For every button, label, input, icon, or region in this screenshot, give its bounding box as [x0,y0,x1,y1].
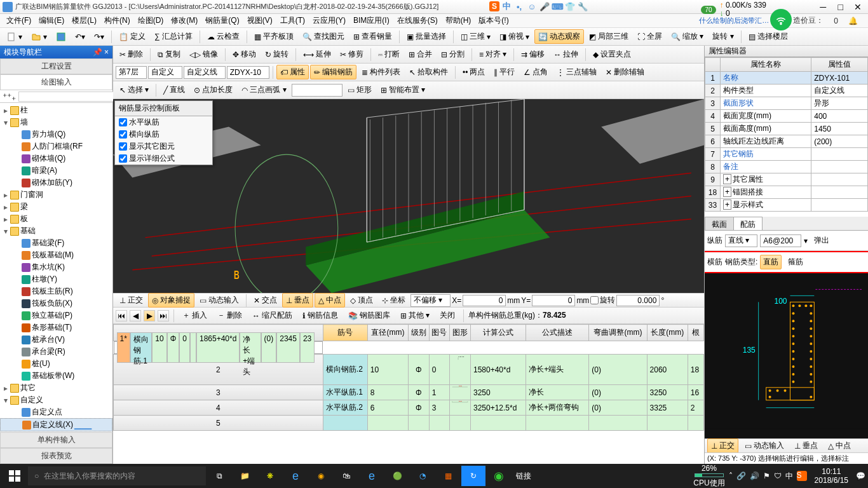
rotate-button[interactable]: ↻旋转 [261,47,292,62]
tab-section[interactable]: 截面 [705,217,734,230]
component-tree[interactable]: ▸柱▾墙剪力墙(Q)人防门框墙(RF砌体墙(Q)暗梁(A)砌体加筋(Y)▸门窗洞… [0,103,112,432]
redo-button[interactable]: ↷▾ [90,30,108,43]
sec-dyn[interactable]: ▭动态输入 [741,438,788,453]
tray-sogou-icon[interactable]: S [797,471,807,481]
y-input[interactable] [532,295,575,306]
pointangle-button[interactable]: ∠点角 [520,65,552,79]
rebar-grid[interactable]: 筋号直径(mm)级别图号图形计算公式公式描述弯曲调整(mm)长度(mm)根1*横… [113,324,704,464]
tree-node[interactable]: 基础梁(F) [0,237,112,249]
nav-search-input[interactable] [18,92,115,102]
bell-icon[interactable]: 🔔 [844,15,862,27]
task-app5[interactable]: ◉ [487,466,511,486]
scale-rebar[interactable]: ↔缩尺配筋 [248,308,296,323]
tree-node[interactable]: ▾自定义 [0,394,112,406]
trim-button[interactable]: ✂修剪 [336,47,367,62]
rebar-row[interactable]: 3水平纵筋.18Φ132503250净长(0)325016 [114,385,704,400]
menu-component[interactable]: 构件(N) [100,14,134,27]
task-link-label[interactable]: 链接 [516,471,531,482]
findgraph-button[interactable]: 🔍查找图元 [299,29,348,44]
ime-tool-icon[interactable]: 🔧 [577,1,588,12]
tree-node[interactable]: 桩承台(V) [0,334,112,346]
coord-snap[interactable]: ⊹坐标 [378,293,409,308]
maximize-button[interactable]: □ [833,2,848,12]
insert-row[interactable]: ＋插入 [179,308,211,323]
rotate-input[interactable] [616,295,660,306]
view3d-button[interactable]: ◫三维▾ [457,29,494,44]
local3d-button[interactable]: ◩局部三维 [585,29,632,44]
line-button[interactable]: ╱直线 [159,83,189,97]
sec-ortho[interactable]: ⊥正交 [707,438,738,453]
task-app1[interactable]: ❋ [258,466,282,486]
close-grid[interactable]: 关闭 [436,308,459,323]
batchselect-button[interactable]: ▣批量选择 [403,29,450,44]
property-grid[interactable]: 属性名称属性值1名称ZDYX-1012构件类型自定义线3截面形状异形4截面宽度(… [705,57,868,212]
menu-help[interactable]: 帮助(H) [442,14,475,27]
ime-mic-icon[interactable]: 🎤 [539,1,550,12]
tree-node[interactable]: 基础板带(W) [0,370,112,382]
menu-rebar[interactable]: 钢筋量(Q) [201,14,243,27]
menu-bim[interactable]: BIM应用(I) [349,14,393,27]
define-button[interactable]: 📋定义 [115,29,149,44]
taskview-icon[interactable]: ⧉ [207,466,231,486]
mid-snap[interactable]: △中点 [315,293,345,308]
sec-perp[interactable]: ⊥垂点 [790,438,822,453]
rebar-row[interactable]: 5 [114,416,704,431]
flatboard-button[interactable]: ▦平齐板顶 [250,29,297,44]
merge-button[interactable]: ⊞合并 [405,47,436,62]
save-button[interactable] [52,30,70,44]
tray-flag-icon[interactable]: ⚑ [763,471,770,480]
sumcalc-button[interactable]: ∑ 汇总计算 [151,29,196,44]
section-view[interactable]: 100 135 [705,273,868,438]
zong-type-select[interactable]: 直线 ▾ [725,234,757,247]
chk-vert-rebar[interactable]: 横向纵筋 [115,128,212,140]
wifi-icon[interactable] [770,9,792,30]
task-chrome[interactable]: 🟢 [385,466,409,486]
tree-node[interactable]: ▸柱 [0,104,112,116]
tree-node[interactable]: 砌体墙(Q) [0,152,112,165]
addlen-button[interactable]: ⊙点加长度 [190,83,236,97]
dynview-button[interactable]: 🔄动态观察 [534,29,584,44]
rebar-row[interactable]: 4水平纵筋.26Φ332503250+12.5*d净长+两倍弯钩(0)33252 [114,400,704,416]
cname-select[interactable]: ZDYX-10 [227,66,269,79]
osnap-toggle[interactable]: ◎对象捕捉 [148,293,194,308]
menu-draw[interactable]: 绘图(D) [134,14,168,27]
sec-mid[interactable]: △中点 [824,438,855,453]
tree-node[interactable]: ▸其它 [0,382,112,394]
tree-node[interactable]: 筏板基础(M) [0,249,112,261]
tab-project-settings[interactable]: 工程设置 [0,58,112,74]
menu-file[interactable]: 文件(F) [3,14,35,27]
ctype-select[interactable]: 自定义线 [184,66,226,79]
twopoint-button[interactable]: ••两点 [459,65,489,79]
delete-row[interactable]: －删除 [214,308,246,323]
menu-floor[interactable]: 楼层(L) [68,14,100,27]
birdview-button[interactable]: ◨俯视▾ [496,29,533,44]
property-button[interactable]: 🏷属性 [276,65,309,79]
menu-view[interactable]: 视图(V) [243,14,276,27]
select-button[interactable]: ↖选择 ▾ [116,83,153,97]
tab-draw-input[interactable]: 绘图输入 [0,74,112,90]
intersect-snap[interactable]: ✕交点 [250,293,281,308]
cloudcheck-button[interactable]: ☁云检查 [203,29,243,44]
vcr-play[interactable]: ▶ [144,310,155,322]
pick-button[interactable]: ↖拾取构件 [405,65,452,79]
rebar-display-panel[interactable]: 钢筋显示控制面板 水平纵筋 横向纵筋 显示其它图元 显示详细公式 [114,100,213,165]
align-button[interactable]: ≡对齐 ▾ [475,47,510,62]
tree-node[interactable]: 人防门框墙(RF [0,140,112,152]
menu-edit[interactable]: 编辑(E) [35,14,68,27]
fullscreen-button[interactable]: ⛶全屏 [634,29,666,44]
offset-mode[interactable]: 不偏移 ▾ [410,294,451,307]
menu-cloud[interactable]: 云应用(Y) [309,14,349,27]
ime-punct-icon[interactable]: •, [513,1,525,12]
rotate-check[interactable] [590,296,599,304]
tree-node[interactable]: 自定义线(X) ▁▁▁ [0,418,112,431]
category-select[interactable]: 自定义 [148,66,182,79]
x-input[interactable] [463,295,506,306]
tab-single-input[interactable]: 单构件输入 [0,432,112,448]
floor-select[interactable]: 第7层 [116,66,147,79]
viewrebar-button[interactable]: ⊞查看钢量 [349,29,396,44]
popout-button[interactable]: 弹出 [810,233,833,248]
tree-node[interactable]: 自定义点 [0,406,112,418]
extend-button[interactable]: ⟷延伸 [299,47,335,62]
chk-other-elem[interactable]: 显示其它图元 [115,140,212,152]
start-button[interactable] [3,466,27,486]
